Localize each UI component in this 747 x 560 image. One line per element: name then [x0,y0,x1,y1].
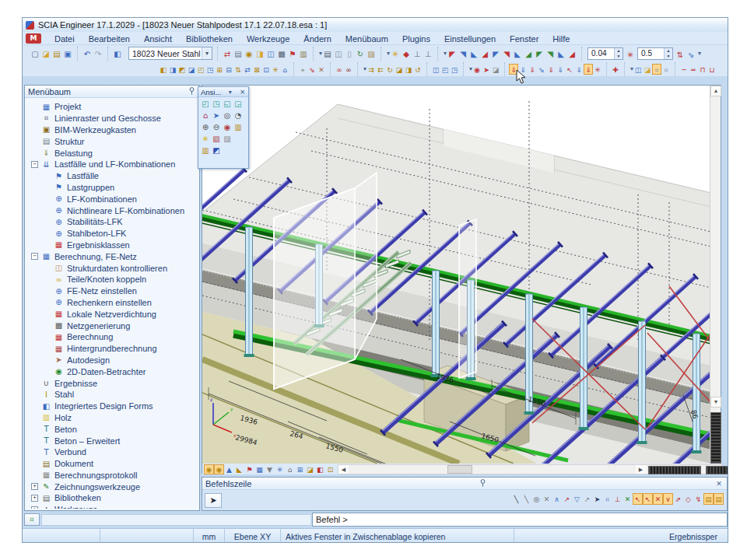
sidebar-item-2d-daten-betrachter[interactable]: ◉2D-Daten-Betrachter [25,366,199,377]
sidebar-item-stahl[interactable]: IStahl [25,389,199,401]
snap-plane-icon[interactable]: ▽ [572,493,582,505]
snap-midpoint-icon[interactable]: ↖ [643,493,653,505]
view-palette-header[interactable]: Ansi... ▾ ✕ [198,87,248,97]
scale-value-spinner[interactable]: 0.5▲▼ [637,47,673,60]
clipping-icon[interactable]: ▥ [200,145,211,156]
save-as-icon[interactable]: ▤ [51,48,62,59]
snap-line2-icon[interactable]: ╲ [521,493,531,505]
vertical-scrollbar[interactable]: ▲ ▼ [710,86,721,464]
level2-icon[interactable]: ⊥ [423,48,433,59]
load-case-icon-8[interactable]: ⇓ [574,64,584,75]
snap-value-spinner[interactable]: 0.04▲▼ [587,47,623,60]
snap-length-icon[interactable]: ↯ [693,493,703,505]
menu-men-baum[interactable]: Menübaum [338,33,395,44]
mesh-icon[interactable]: ▩ [276,48,287,59]
load-case-icon-10[interactable]: ✳ [593,64,602,75]
vp-box-icon[interactable]: ⊡ [325,464,335,474]
open-project-icon[interactable]: ◪ [40,48,51,59]
sidebar-item-bibliotheken[interactable]: +▤Bibliotheken [25,492,199,504]
vp-render-icon[interactable]: ◉ [214,464,224,474]
undo-icon[interactable]: ↶ [82,48,93,59]
section-icon[interactable]: ⊓ [698,64,707,75]
snap-intersect-icon[interactable]: ✕ [653,493,663,505]
vp-flag-icon[interactable]: ⚑ [244,464,254,474]
database-icon[interactable]: ▤ [233,48,244,59]
window-split-icon[interactable]: ◳ [450,64,459,75]
vp-perspective-icon[interactable]: ◉ [204,464,214,474]
sidebar-item-lokale-netzverdichtung[interactable]: ▦Lokale Netzverdichtung [25,308,199,320]
spinner-down-icon[interactable]: ▼ [664,54,672,59]
status-results[interactable]: Ergebnissper [658,529,728,543]
load-case-icon-3[interactable]: ⇓ [528,64,537,75]
vp-section-icon[interactable]: ◧ [315,464,325,474]
view-top-icon[interactable]: ◲ [233,98,244,109]
snap-dot-icon[interactable]: ▤ [703,493,714,505]
snap-delete-icon[interactable]: ✕ [542,493,552,505]
scroll-down-icon[interactable]: ▼ [710,397,721,408]
vp-star-icon[interactable]: ✳ [275,464,285,474]
window-copy-icon[interactable]: ◫ [431,64,440,75]
line-red-icon[interactable]: ─ [679,64,689,75]
marker-icon[interactable]: ◆ [401,48,412,59]
zoom-selection-icon[interactable]: ◉ [222,121,233,132]
array-icon[interactable]: ↺ [413,64,423,75]
menu-fenster[interactable]: Fenster [503,33,545,44]
command-input[interactable] [312,513,728,527]
gallery-icon[interactable]: ◨ [254,48,265,59]
vp-home-icon[interactable]: ⌂ [285,464,295,474]
menu--ndern[interactable]: Ändern [296,33,338,44]
sidebar-item-werkzeuge[interactable]: +✛Werkzeuge [25,504,199,509]
snap-box-icon[interactable]: ▤ [714,493,724,505]
vp-axo-icon[interactable]: ▲ [224,464,234,474]
view-tool-12[interactable]: ⊡ [261,64,271,75]
grid2-toggle-icon[interactable]: ⌗ [661,64,671,75]
scale-icon[interactable]: ⇅ [675,49,686,60]
snap-cross-icon[interactable]: ✕ [622,493,633,505]
collapse-icon[interactable]: − [31,253,38,260]
print-preview-icon[interactable]: ◫ [333,48,344,59]
render-icon[interactable]: ◉ [472,64,482,75]
sidebar-item-projekt[interactable]: ▦Projekt [25,101,199,113]
scroll-up-icon[interactable]: ▲ [710,86,721,96]
spinner-up-icon[interactable]: ▲ [664,48,672,54]
view-tool-7[interactable]: ⊞ [215,64,224,75]
move-icon[interactable]: ⇉ [366,64,376,75]
sidebar-item-fe-netz-einstellen[interactable]: ⊕FE-Netz einstellen [25,285,199,297]
globe-icon[interactable]: ◉ [244,48,254,59]
snap-line-icon[interactable]: ╲ [511,493,521,505]
haunch-icon-2[interactable]: ◥ [458,48,468,59]
scia-logo-icon[interactable]: M [26,33,41,44]
picture-icon[interactable]: ▨ [366,48,377,59]
menu-bibliotheken[interactable]: Bibliotheken [179,33,240,44]
scroll-thumb[interactable] [447,465,472,474]
sidebar-item-autodesign[interactable]: ➤Autodesign [25,355,199,366]
sidebar-item-berechnungsprotokoll[interactable]: ▦Berechnungsprotokoll [25,470,199,481]
sidebar-item-nichtlineare-lf-kombinationen[interactable]: ⊕Nichtlineare LF-Kombinationen [25,205,199,216]
sidebar-item-linienraster-und-geschosse[interactable]: ⌗Linienraster und Geschosse [25,113,199,124]
view-tool-11[interactable]: ⊠ [252,64,261,75]
view-tool-5[interactable]: ◰ [196,64,205,75]
sidebar-item-berechnung[interactable]: ▦Berechnung [25,331,199,343]
vp-mesh-icon[interactable]: ▦ [254,464,265,474]
sidebar-item-netzgenerierung[interactable]: ▩Netzgenerierung [25,320,199,331]
vp-down-icon[interactable]: ▼ [265,464,275,474]
pin-icon[interactable] [187,87,196,96]
model-viewport[interactable]: 1936 29984 264 1550 1936 1550 1650 86 z … [202,85,721,474]
vp-grid-icon[interactable]: ⊞ [295,464,305,474]
sidebar-item-verbund[interactable]: TVerbund [25,446,199,458]
load-case-icon-5[interactable]: ⇓ [546,64,556,75]
load-case-icon-7[interactable]: ↖ [565,64,574,75]
sidebar-item-stabilitäts-lfk[interactable]: ⊕Stabilitäts-LFK [25,216,199,228]
haunch-icon-9[interactable]: ◤ [534,48,545,59]
window-new-icon[interactable]: ◰ [440,64,450,75]
sidebar-item-hintergrundberechnung[interactable]: ▦Hintergrundberechnung [25,343,199,355]
view-side-icon[interactable]: ◱ [222,98,233,109]
zoom-out-icon[interactable]: ◔ [233,110,244,121]
sidebar-item-dokument[interactable]: ▤Dokument [25,458,199,470]
snap-endpoint-icon[interactable]: ↖ [633,493,643,505]
zoom-in-icon[interactable]: ◎ [222,110,233,121]
menu-bearbeiten[interactable]: Bearbeiten [82,33,137,44]
view-tool-14[interactable]: ⌂ [280,64,289,75]
fly-icon[interactable]: ➤ [482,64,491,75]
sidebar-item-ergebnisse[interactable]: ∪Ergebnisse [25,377,199,389]
